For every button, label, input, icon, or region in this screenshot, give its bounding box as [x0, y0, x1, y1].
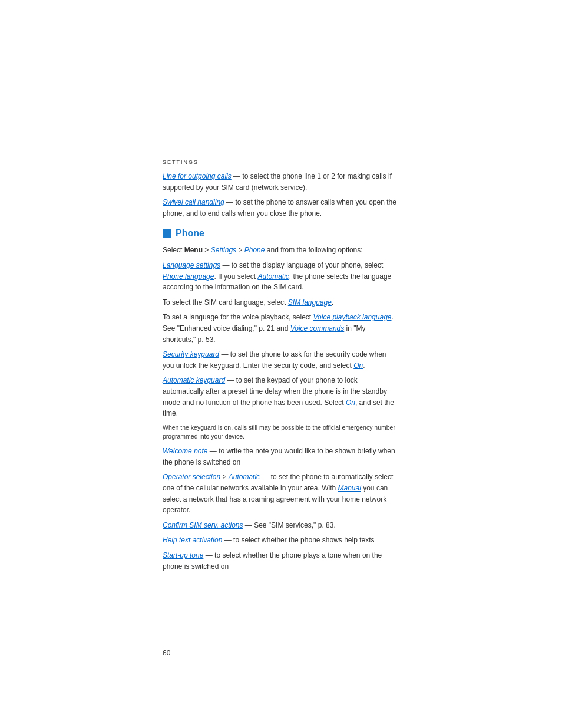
- operator-selection-link[interactable]: Operator selection: [163, 473, 220, 481]
- phone-select-suffix: and from the following options:: [265, 246, 362, 254]
- page-number: 60: [163, 649, 170, 657]
- startup-tone-text: Start-up tone — to select whether the ph…: [163, 550, 398, 572]
- confirm-sim-body: — See "SIM services," p. 83.: [243, 521, 335, 529]
- settings-link[interactable]: Settings: [211, 246, 236, 254]
- confirm-sim-text: Confirm SIM serv. actions — See "SIM ser…: [163, 520, 398, 531]
- phone-gt2: >: [236, 246, 244, 254]
- line-for-outgoing-text: Line for outgoing calls — to select the …: [163, 171, 398, 193]
- sim-language-link[interactable]: SIM language: [288, 298, 332, 307]
- startup-tone-link[interactable]: Start-up tone: [163, 551, 203, 559]
- line-for-outgoing-link[interactable]: Line for outgoing calls: [163, 172, 232, 180]
- welcome-note-text: Welcome note — to write the note you wou…: [163, 446, 398, 467]
- language-settings-entry: Language settings — to set the display l…: [163, 260, 398, 293]
- operator-selection-entry: Operator selection > Automatic — to set …: [163, 472, 398, 515]
- voice-playback-link[interactable]: Voice playback language: [313, 313, 392, 321]
- line-for-outgoing-calls-entry: Line for outgoing calls — to select the …: [163, 171, 398, 193]
- operator-automatic-link[interactable]: Automatic: [229, 473, 260, 481]
- voice-playback-prefix: To set a language for the voice playback…: [163, 313, 313, 321]
- security-keyguard-text: Security keyguard — to set the phone to …: [163, 349, 398, 371]
- voice-playback-text: To set a language for the voice playback…: [163, 312, 398, 345]
- phone-heading: Phone: [163, 228, 398, 239]
- phone-square-icon: [163, 229, 171, 238]
- phone-language-link[interactable]: Phone language: [163, 272, 214, 281]
- automatic-link1[interactable]: Automatic: [257, 272, 289, 281]
- language-settings-body: — to set the display language of your ph…: [220, 261, 383, 269]
- language-settings-link[interactable]: Language settings: [163, 261, 220, 269]
- automatic-keyguard-link[interactable]: Automatic keyguard: [163, 376, 225, 384]
- security-keyguard-link[interactable]: Security keyguard: [163, 350, 219, 358]
- security-keyguard-body2: .: [363, 361, 365, 370]
- sim-language-entry: To select the SIM card language, select …: [163, 297, 398, 308]
- swivel-call-link[interactable]: Swivel call handling: [163, 198, 224, 206]
- startup-tone-entry: Start-up tone — to select whether the ph…: [163, 550, 398, 572]
- keyguard-note-text: When the keyguard is on, calls still may…: [163, 423, 398, 442]
- operator-selection-text: Operator selection > Automatic — to set …: [163, 472, 398, 515]
- keyguard-note-entry: When the keyguard is on, calls still may…: [163, 423, 398, 442]
- voice-playback-entry: To set a language for the voice playback…: [163, 312, 398, 345]
- phone-heading-text: Phone: [176, 228, 204, 239]
- sim-language-prefix: To select the SIM card language, select: [163, 298, 288, 307]
- welcome-note-link[interactable]: Welcome note: [163, 447, 207, 455]
- language-settings-body2: . If you select: [214, 272, 257, 281]
- sim-language-suffix: .: [332, 298, 333, 307]
- help-text-text: Help text activation — to select whether…: [163, 535, 398, 546]
- content-area: Settings Line for outgoing calls — to se…: [163, 159, 398, 576]
- help-text-link[interactable]: Help text activation: [163, 536, 222, 544]
- phone-link[interactable]: Phone: [244, 246, 265, 254]
- automatic-keyguard-text: Automatic keyguard — to set the keypad o…: [163, 375, 398, 419]
- swivel-call-text: Swivel call handling — to set the phone …: [163, 197, 398, 219]
- phone-select-prefix: Select: [163, 246, 184, 254]
- welcome-note-entry: Welcome note — to write the note you wou…: [163, 446, 398, 467]
- page: Settings Line for outgoing calls — to se…: [0, 0, 562, 728]
- swivel-call-entry: Swivel call handling — to set the phone …: [163, 197, 398, 219]
- operator-body1: >: [220, 473, 229, 481]
- automatic-on-link[interactable]: On: [346, 398, 355, 407]
- phone-gt1: >: [203, 246, 211, 254]
- section-label: Settings: [163, 159, 398, 165]
- help-text-body: — to select whether the phone shows help…: [222, 536, 374, 544]
- security-on-link[interactable]: On: [353, 361, 363, 370]
- automatic-keyguard-entry: Automatic keyguard — to set the keypad o…: [163, 375, 398, 419]
- confirm-sim-link[interactable]: Confirm SIM serv. actions: [163, 521, 243, 529]
- sim-language-text: To select the SIM card language, select …: [163, 297, 398, 308]
- voice-commands-link[interactable]: Voice commands: [290, 324, 345, 332]
- security-keyguard-entry: Security keyguard — to set the phone to …: [163, 349, 398, 371]
- help-text-entry: Help text activation — to select whether…: [163, 535, 398, 546]
- language-settings-text: Language settings — to set the display l…: [163, 260, 398, 293]
- menu-bold: Menu: [184, 246, 203, 254]
- phone-select-entry: Select Menu > Settings > Phone and from …: [163, 245, 398, 256]
- operator-manual-link[interactable]: Manual: [338, 484, 361, 492]
- phone-select-text: Select Menu > Settings > Phone and from …: [163, 245, 398, 256]
- confirm-sim-entry: Confirm SIM serv. actions — See "SIM ser…: [163, 520, 398, 531]
